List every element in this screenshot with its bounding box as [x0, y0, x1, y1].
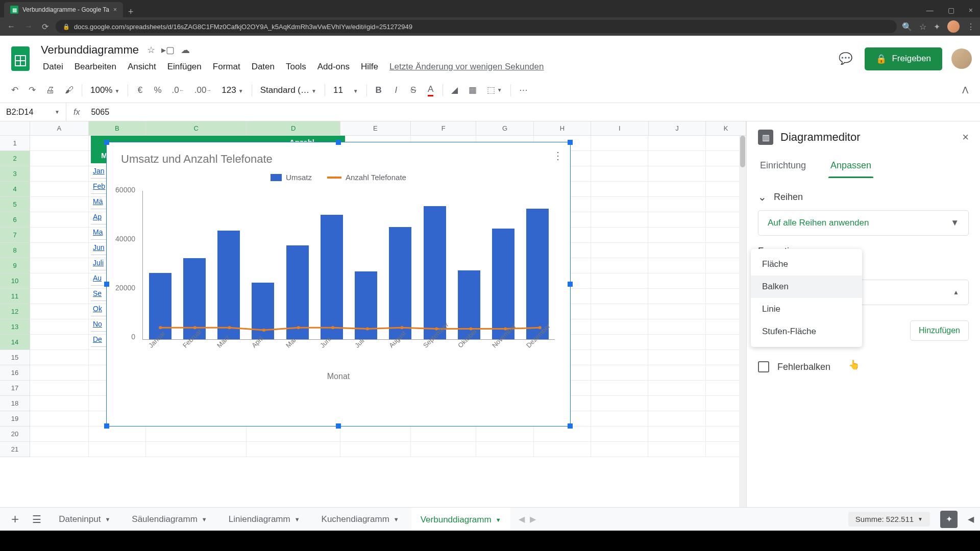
cell[interactable] [648, 243, 705, 258]
increase-decimal-button[interactable]: .00→ [190, 82, 216, 98]
cloud-status-icon[interactable]: ☁ [181, 44, 190, 56]
row-header[interactable]: 14 [0, 335, 30, 350]
row-header[interactable]: 5 [0, 197, 30, 212]
share-button[interactable]: 🔒 Freigeben [865, 47, 942, 70]
cell[interactable] [591, 258, 648, 273]
cell[interactable] [591, 350, 648, 365]
col-header[interactable]: K [706, 121, 746, 135]
star-icon[interactable]: ☆ [919, 22, 926, 32]
cell[interactable] [648, 411, 705, 427]
cell[interactable] [30, 289, 88, 304]
apply-all-select[interactable]: Auf alle Reihen anwenden ▼ [758, 210, 969, 236]
cell[interactable] [146, 427, 247, 442]
resize-handle[interactable] [336, 140, 341, 145]
cell[interactable] [591, 166, 648, 182]
cell[interactable] [89, 442, 146, 457]
font-size-select[interactable]: 11▼ [329, 82, 362, 98]
close-sidebar-icon[interactable]: × [962, 131, 969, 144]
more-tools-button[interactable]: ⋯ [515, 82, 532, 98]
sheet-prev-icon[interactable]: ◀ [519, 514, 525, 524]
row-header[interactable]: 15 [0, 350, 30, 365]
cell[interactable] [648, 304, 705, 319]
cell[interactable] [476, 442, 533, 457]
name-box[interactable]: B2:D14 ▼ [0, 103, 66, 121]
number-format-select[interactable]: 123▼ [217, 82, 247, 98]
move-doc-icon[interactable]: ▸▢ [161, 44, 175, 56]
row-header[interactable]: 10 [0, 273, 30, 289]
cell[interactable] [648, 228, 705, 243]
cell[interactable] [648, 442, 705, 457]
menu-tools[interactable]: Tools [281, 60, 311, 74]
cell[interactable] [30, 365, 88, 381]
zoom-select[interactable]: 100%▼ [86, 82, 124, 98]
cell[interactable] [247, 427, 340, 442]
cell[interactable] [648, 427, 705, 442]
row-header[interactable]: 8 [0, 243, 30, 258]
decrease-decimal-button[interactable]: .0← [168, 82, 188, 98]
fill-color-button[interactable]: ◢ [447, 82, 462, 98]
cell[interactable] [30, 350, 88, 365]
type-option-line[interactable]: Linie [751, 298, 862, 320]
row-header[interactable]: 19 [0, 411, 30, 427]
cell[interactable] [591, 396, 648, 411]
cell[interactable] [591, 411, 648, 427]
chevron-down-icon[interactable]: ⌄ [758, 191, 767, 203]
cell[interactable] [591, 365, 648, 381]
cell[interactable] [648, 350, 705, 365]
reload-icon[interactable]: ⟳ [40, 22, 51, 32]
cell[interactable] [648, 197, 705, 212]
row-header[interactable]: 17 [0, 381, 30, 396]
browser-tab[interactable]: ▦ Verbunddiagramme - Google Ta × [4, 2, 123, 17]
cell[interactable] [591, 243, 648, 258]
cell[interactable] [648, 151, 705, 166]
bold-button[interactable]: B [371, 82, 386, 98]
strike-button[interactable]: S [406, 82, 421, 98]
all-sheets-button[interactable]: ☰ [27, 513, 46, 525]
borders-button[interactable]: ▦ [464, 82, 481, 98]
tab-setup[interactable]: Einrichtung [758, 153, 808, 178]
cell[interactable] [30, 396, 88, 411]
cell[interactable] [411, 442, 476, 457]
row-header[interactable]: 9 [0, 258, 30, 273]
italic-button[interactable]: I [388, 82, 404, 98]
col-header[interactable]: D [247, 121, 340, 135]
cell[interactable] [648, 335, 705, 350]
type-option-step[interactable]: Stufen-Fläche [751, 320, 862, 343]
comments-icon[interactable]: 💬 [835, 48, 855, 69]
percent-button[interactable]: % [150, 82, 165, 98]
sheet-tab[interactable]: Liniendiagramm▼ [219, 508, 309, 531]
cell[interactable] [30, 319, 88, 335]
resize-handle[interactable] [568, 282, 573, 287]
section-series[interactable]: Reihen [774, 192, 803, 203]
menu-insert[interactable]: Einfügen [162, 60, 207, 74]
resize-handle[interactable] [104, 282, 109, 287]
row-header[interactable]: 6 [0, 212, 30, 228]
row-header[interactable]: 11 [0, 289, 30, 304]
cell[interactable] [591, 335, 648, 350]
font-select[interactable]: Standard (…▼ [256, 82, 321, 98]
col-header[interactable]: J [649, 121, 706, 135]
menu-addons[interactable]: Add-ons [312, 60, 355, 74]
cell[interactable] [591, 381, 648, 396]
cell[interactable] [30, 228, 88, 243]
row-header[interactable]: 1 [0, 136, 30, 151]
row-header[interactable]: 16 [0, 365, 30, 381]
maximize-icon[interactable]: ▢ [941, 3, 962, 17]
col-header[interactable]: A [30, 121, 88, 135]
extension-icon[interactable]: ✦ [934, 22, 940, 32]
row-header[interactable]: 12 [0, 304, 30, 319]
cell[interactable] [591, 319, 648, 335]
cell[interactable] [30, 273, 88, 289]
cell[interactable] [30, 442, 88, 457]
merge-button[interactable]: ⬚▼ [483, 82, 506, 98]
cell[interactable] [411, 427, 476, 442]
cell[interactable] [591, 228, 648, 243]
sheet-next-icon[interactable]: ▶ [530, 514, 536, 524]
explore-button[interactable]: ✦ [940, 511, 958, 528]
resize-handle[interactable] [104, 140, 109, 145]
cell[interactable] [476, 427, 533, 442]
type-option-area[interactable]: Fläche [751, 253, 862, 276]
cell[interactable] [591, 273, 648, 289]
cell[interactable] [648, 166, 705, 182]
sheets-logo-icon[interactable] [8, 43, 33, 74]
